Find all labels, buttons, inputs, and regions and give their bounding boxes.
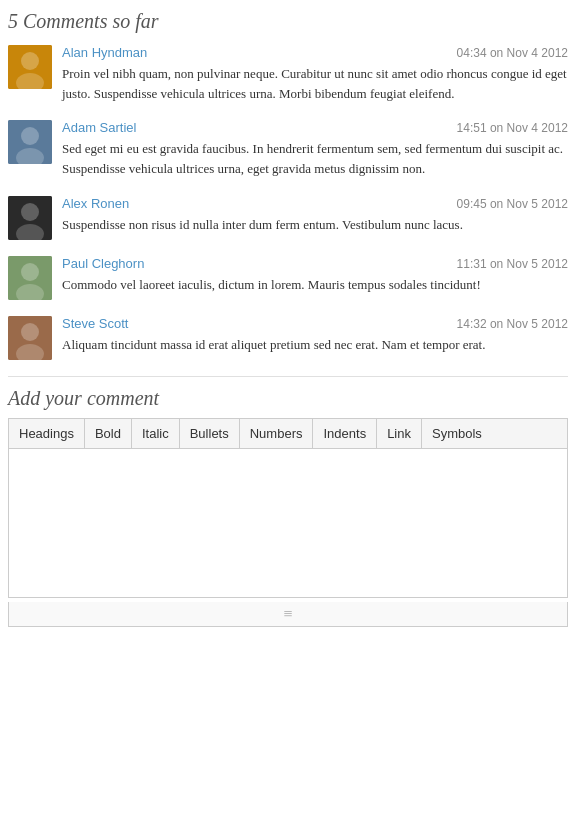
avatar	[8, 45, 52, 89]
toolbar-button-numbers[interactable]: Numbers	[240, 419, 314, 448]
add-comment-title: Add your comment	[8, 387, 568, 410]
comment-author[interactable]: Alan Hyndman	[62, 45, 147, 60]
comment-author[interactable]: Paul Cleghorn	[62, 256, 144, 271]
resize-handle-icon: ≡	[283, 606, 292, 622]
comment-text: Aliquam tincidunt massa id erat aliquet …	[62, 335, 568, 355]
svg-point-1	[21, 52, 39, 70]
comment-timestamp: 11:31 on Nov 5 2012	[457, 257, 568, 271]
comment-author[interactable]: Adam Sartiel	[62, 120, 136, 135]
toolbar-button-symbols[interactable]: Symbols	[422, 419, 492, 448]
comment-editor[interactable]	[8, 448, 568, 598]
section-divider	[8, 376, 568, 377]
svg-point-7	[21, 203, 39, 221]
comments-title: 5 Comments so far	[8, 10, 568, 33]
editor-toolbar: HeadingsBoldItalicBulletsNumbersIndentsL…	[8, 418, 568, 448]
svg-point-13	[21, 323, 39, 341]
comment-text: Sed eget mi eu est gravida faucibus. In …	[62, 139, 568, 179]
comment-item: Paul Cleghorn11:31 on Nov 5 2012Commodo …	[8, 256, 568, 300]
avatar	[8, 316, 52, 360]
page-container: 5 Comments so far Alan Hyndman04:34 on N…	[0, 0, 576, 637]
comment-author[interactable]: Alex Ronen	[62, 196, 129, 211]
comment-body: Alex Ronen09:45 on Nov 5 2012Suspendisse…	[62, 196, 568, 240]
comment-timestamp: 04:34 on Nov 4 2012	[457, 46, 568, 60]
comment-body: Adam Sartiel14:51 on Nov 4 2012Sed eget …	[62, 120, 568, 179]
comment-body: Steve Scott14:32 on Nov 5 2012Aliquam ti…	[62, 316, 568, 360]
svg-point-10	[21, 263, 39, 281]
toolbar-button-headings[interactable]: Headings	[9, 419, 85, 448]
comment-item: Adam Sartiel14:51 on Nov 4 2012Sed eget …	[8, 120, 568, 179]
comment-text: Proin vel nibh quam, non pulvinar neque.…	[62, 64, 568, 104]
toolbar-button-bold[interactable]: Bold	[85, 419, 132, 448]
comment-timestamp: 09:45 on Nov 5 2012	[457, 197, 568, 211]
comment-header: Paul Cleghorn11:31 on Nov 5 2012	[62, 256, 568, 271]
comment-item: Alex Ronen09:45 on Nov 5 2012Suspendisse…	[8, 196, 568, 240]
comment-header: Steve Scott14:32 on Nov 5 2012	[62, 316, 568, 331]
comments-list: Alan Hyndman04:34 on Nov 4 2012Proin vel…	[8, 45, 568, 360]
toolbar-button-italic[interactable]: Italic	[132, 419, 180, 448]
toolbar-button-indents[interactable]: Indents	[313, 419, 377, 448]
comment-item: Alan Hyndman04:34 on Nov 4 2012Proin vel…	[8, 45, 568, 104]
comment-header: Alan Hyndman04:34 on Nov 4 2012	[62, 45, 568, 60]
comment-header: Alex Ronen09:45 on Nov 5 2012	[62, 196, 568, 211]
comment-item: Steve Scott14:32 on Nov 5 2012Aliquam ti…	[8, 316, 568, 360]
avatar	[8, 256, 52, 300]
editor-footer: ≡	[8, 602, 568, 627]
comment-body: Alan Hyndman04:34 on Nov 4 2012Proin vel…	[62, 45, 568, 104]
comment-author[interactable]: Steve Scott	[62, 316, 128, 331]
avatar	[8, 120, 52, 164]
toolbar-button-bullets[interactable]: Bullets	[180, 419, 240, 448]
comment-text: Commodo vel laoreet iaculis, dictum in l…	[62, 275, 568, 295]
svg-point-4	[21, 127, 39, 145]
comment-header: Adam Sartiel14:51 on Nov 4 2012	[62, 120, 568, 135]
toolbar-button-link[interactable]: Link	[377, 419, 422, 448]
comment-timestamp: 14:32 on Nov 5 2012	[457, 317, 568, 331]
comment-body: Paul Cleghorn11:31 on Nov 5 2012Commodo …	[62, 256, 568, 300]
comment-timestamp: 14:51 on Nov 4 2012	[457, 121, 568, 135]
avatar	[8, 196, 52, 240]
comment-text: Suspendisse non risus id nulla inter dum…	[62, 215, 568, 235]
